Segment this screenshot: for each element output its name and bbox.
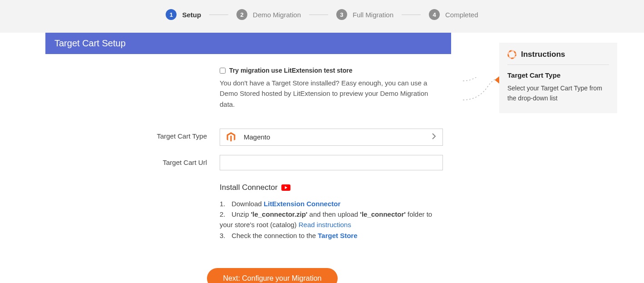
target-cart-url-label: Target Cart Url xyxy=(45,155,220,166)
step-label: Full Migration xyxy=(353,11,393,19)
step-number: 3 xyxy=(336,9,347,20)
step-full-migration[interactable]: 3 Full Migration xyxy=(336,9,393,20)
step-divider xyxy=(209,15,228,15)
step-number: 2 xyxy=(236,9,247,20)
test-store-label[interactable]: Try migration use LitExtension test stor… xyxy=(229,67,353,74)
instructions-body: Select your Target Cart Type from the dr… xyxy=(507,84,609,103)
pointer-icon xyxy=(495,76,499,84)
youtube-icon[interactable] xyxy=(281,184,290,191)
instructions-subtitle: Target Cart Type xyxy=(507,71,609,79)
step-divider xyxy=(402,15,421,15)
list-number: 2. xyxy=(220,209,230,219)
list-text: Check the connection to the xyxy=(231,232,318,239)
list-text: Download xyxy=(231,200,264,208)
instructions-panel: Instructions Target Cart Type Select you… xyxy=(499,43,617,113)
magento-icon xyxy=(226,132,241,142)
step-label: Demo Migration xyxy=(253,11,301,19)
list-text: 'le_connector' xyxy=(360,210,406,218)
list-text: 'le_connector.zip' xyxy=(251,210,308,218)
step-setup[interactable]: 1 Setup xyxy=(166,9,201,20)
next-button[interactable]: Next: Configure your Migration xyxy=(207,268,338,283)
lifering-icon xyxy=(507,50,516,59)
target-cart-type-select[interactable]: Magento xyxy=(220,129,443,146)
test-store-checkbox[interactable] xyxy=(220,68,226,74)
list-number: 1. xyxy=(220,199,230,209)
install-instructions-list: 1. Download LitExtension Connector 2. Un… xyxy=(220,199,443,241)
target-cart-url-input[interactable] xyxy=(220,155,443,170)
target-cart-type-value: Magento xyxy=(241,133,432,141)
instructions-title: Instructions xyxy=(521,50,565,59)
connector-download-link[interactable]: LitExtension Connector xyxy=(264,200,340,208)
target-store-link[interactable]: Target Store xyxy=(318,232,357,239)
list-text: Unzip xyxy=(231,210,251,218)
test-store-description: You don't have a Target Store installed?… xyxy=(220,78,443,109)
install-connector-heading: Install Connector xyxy=(220,183,278,192)
target-cart-type-label: Target Cart Type xyxy=(45,129,220,140)
panel-title: Target Cart Setup xyxy=(45,33,451,54)
step-number: 1 xyxy=(166,9,177,20)
list-text: and then upload xyxy=(307,210,360,218)
step-label: Completed xyxy=(445,11,478,19)
step-completed[interactable]: 4 Completed xyxy=(429,9,478,20)
step-number: 4 xyxy=(429,9,440,20)
list-number: 3. xyxy=(220,230,230,241)
step-label: Setup xyxy=(182,11,201,19)
read-instructions-link[interactable]: Read instructions xyxy=(299,221,351,228)
step-divider xyxy=(309,15,328,15)
stepper: 1 Setup 2 Demo Migration 3 Full Migratio… xyxy=(0,0,644,33)
step-demo-migration[interactable]: 2 Demo Migration xyxy=(236,9,301,20)
chevron-right-icon xyxy=(432,133,436,141)
